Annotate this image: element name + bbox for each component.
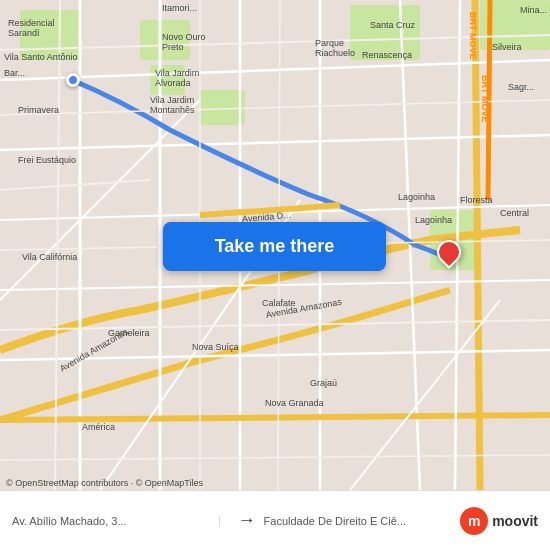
destination-marker [437, 240, 461, 264]
arrow-icon: → [238, 510, 256, 531]
origin-text: Av. Abílio Machado, 3... [12, 515, 209, 527]
map-copyright: © OpenStreetMap contributors · © OpenMap… [6, 478, 203, 488]
svg-line-20 [488, 0, 490, 200]
svg-rect-7 [200, 90, 245, 125]
svg-rect-6 [150, 65, 185, 95]
moovit-icon: m [460, 507, 488, 535]
take-me-there-button[interactable]: Take me there [163, 222, 386, 271]
bottom-bar: Av. Abílio Machado, 3... → Faculdade De … [0, 490, 550, 550]
destination-text: Faculdade De Direito E Ciê... [264, 515, 461, 527]
origin-marker [66, 73, 80, 87]
map-container: ResidencialSarandí Vila Santo Antônio Ba… [0, 0, 550, 490]
moovit-logo: m moovit [460, 507, 538, 535]
moovit-text: moovit [492, 513, 538, 529]
destination-pin [432, 235, 466, 269]
origin-section: Av. Abílio Machado, 3... [12, 515, 220, 527]
svg-rect-3 [350, 5, 420, 60]
svg-rect-1 [20, 10, 80, 60]
svg-rect-2 [140, 20, 190, 60]
destination-section: Faculdade De Direito E Ciê... [264, 515, 461, 527]
